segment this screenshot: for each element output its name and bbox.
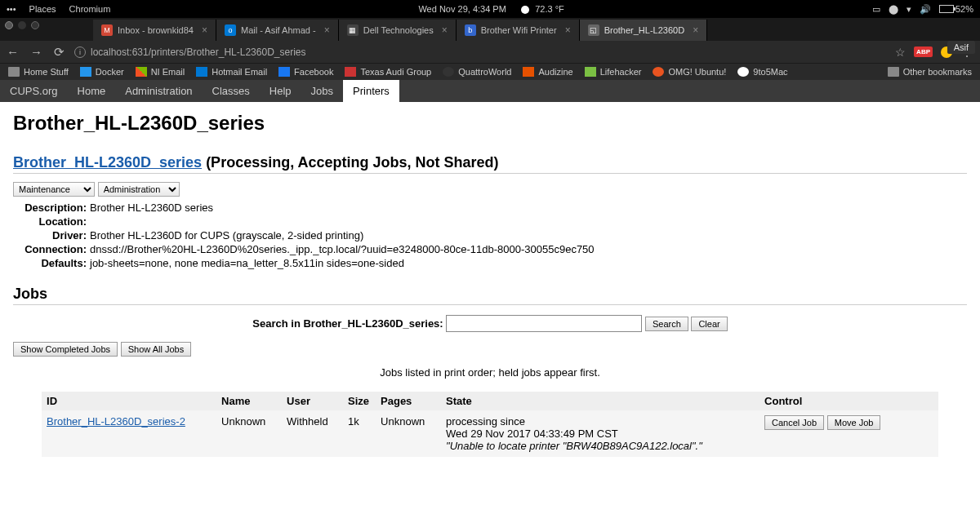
ms-icon	[136, 67, 147, 77]
window-min-icon[interactable]	[18, 21, 26, 29]
move-job-button[interactable]: Move Job	[827, 415, 881, 430]
search-input[interactable]	[446, 315, 642, 332]
site-icon	[345, 67, 356, 77]
bookmark-label: Other bookmarks	[903, 67, 972, 77]
driver-value: Brother HL-L2360D for CUPS (grayscale, 2…	[90, 229, 363, 241]
window-close-icon[interactable]	[5, 21, 13, 29]
nav-jobs[interactable]: Jobs	[301, 80, 343, 102]
other-bookmarks[interactable]: Other bookmarks	[888, 67, 972, 77]
nav-cups-org[interactable]: CUPS.org	[0, 80, 68, 102]
bookmark-hotmail[interactable]: Hotmail Email	[196, 67, 267, 77]
system-topbar: ••• Places Chromium Wed Nov 29, 4:34 PM …	[0, 0, 980, 18]
url-text: localhost:631/printers/Brother_HL-L2360D…	[91, 47, 305, 58]
jobs-heading: Jobs	[13, 286, 967, 305]
tab-label: Dell Technologies	[363, 25, 434, 35]
clear-button[interactable]: Clear	[691, 317, 727, 331]
bookmark-label: Hotmail Email	[212, 67, 267, 77]
adblock-icon[interactable]: ABP	[914, 47, 933, 57]
bookmark-lifehacker[interactable]: Lifehacker	[585, 67, 642, 77]
job-state-line: Wed 29 Nov 2017 04:33:49 PM CST	[446, 428, 764, 440]
reload-button[interactable]: ⟳	[54, 45, 65, 60]
filter-buttons: Show Completed Jobs Show All Jobs	[13, 342, 967, 357]
weather-icon	[521, 6, 529, 14]
tab-gmail[interactable]: MInbox - brownkid84×	[93, 20, 216, 41]
tab-label: Inbox - brownkid84	[118, 25, 194, 35]
cancel-job-button[interactable]: Cancel Job	[764, 415, 824, 430]
printer-status: (Processing, Accepting Jobs, Not Shared)	[206, 154, 498, 171]
defaults-value: job-sheets=none, none media=na_letter_8.…	[90, 257, 404, 269]
show-completed-button[interactable]: Show Completed Jobs	[13, 342, 118, 357]
tab-brother-wifi[interactable]: bBrother Wifi Printer×	[457, 20, 580, 41]
search-row: Search in Brother_HL-L2360D_series: Sear…	[13, 315, 967, 332]
header-control: Control	[764, 395, 928, 407]
url-field[interactable]: i localhost:631/printers/Brother_HL-L236…	[74, 47, 885, 58]
bookmark-omg-ubuntu[interactable]: OMG! Ubuntu!	[653, 67, 726, 77]
close-icon[interactable]: ×	[442, 24, 448, 36]
app-name[interactable]: Chromium	[69, 4, 111, 14]
nav-classes[interactable]: Classes	[203, 80, 260, 102]
tab-cups-printer[interactable]: ◱Brother_HL-L2360D×	[580, 20, 707, 41]
bookmark-label: 9to5Mac	[753, 67, 787, 77]
bookmark-docker[interactable]: Docker	[80, 67, 124, 77]
cups-nav: CUPS.org Home Administration Classes Hel…	[0, 80, 980, 102]
tray-icon[interactable]: ⬤	[889, 4, 898, 15]
bookmark-label: Facebook	[294, 67, 333, 77]
close-icon[interactable]: ×	[693, 24, 698, 36]
tray-icon[interactable]: ▭	[872, 4, 880, 15]
browser-tabs: MInbox - brownkid84× oMail - Asif Ahmad …	[44, 18, 980, 41]
folder-icon	[8, 67, 20, 77]
bookmark-star-icon[interactable]: ☆	[895, 46, 906, 59]
show-all-button[interactable]: Show All Jobs	[121, 342, 191, 357]
bookmark-facebook[interactable]: Facebook	[278, 67, 333, 77]
brother-icon: b	[465, 24, 476, 36]
tab-outlook[interactable]: oMail - Asif Ahmad -×	[216, 20, 339, 41]
search-button[interactable]: Search	[645, 317, 688, 331]
header-size: Size	[348, 395, 381, 407]
bookmark-quattroworld[interactable]: QuattroWorld	[443, 67, 511, 77]
volume-icon[interactable]: 🔊	[920, 4, 931, 15]
back-button[interactable]: ←	[7, 45, 19, 60]
description-value: Brother HL-L2360D series	[90, 202, 213, 214]
nav-administration[interactable]: Administration	[115, 80, 202, 102]
connection-value: dnssd://Brother%20HL-L2360D%20series._ip…	[90, 243, 595, 255]
bookmark-texas-audi[interactable]: Texas Audi Group	[345, 67, 431, 77]
administration-select[interactable]: Administration	[98, 182, 180, 197]
bookmark-ni-email[interactable]: NI Email	[136, 67, 185, 77]
user-badge[interactable]: Asif	[947, 41, 975, 54]
battery-indicator[interactable]: 52%	[939, 4, 973, 14]
docker-icon	[80, 67, 91, 77]
battery-icon	[939, 5, 954, 13]
job-id-link[interactable]: Brother_HL-L2360D_series-2	[42, 415, 221, 428]
printer-controls: Maintenance Administration	[13, 182, 967, 197]
nav-help[interactable]: Help	[260, 80, 301, 102]
window-max-icon[interactable]	[31, 21, 39, 29]
nav-home[interactable]: Home	[68, 80, 116, 102]
window-controls	[0, 18, 44, 33]
bookmark-audizine[interactable]: Audizine	[523, 67, 572, 77]
places-menu[interactable]: Places	[29, 4, 56, 14]
bookmark-9to5mac[interactable]: 9to5Mac	[737, 67, 787, 77]
bookmark-label: Docker	[96, 67, 124, 77]
datetime: Wed Nov 29, 4:34 PM	[418, 4, 506, 14]
site-info-icon[interactable]: i	[74, 47, 86, 58]
bookmark-home-stuff[interactable]: Home Stuff	[8, 67, 69, 77]
wifi-icon[interactable]: ▾	[906, 4, 911, 15]
nav-printers[interactable]: Printers	[343, 80, 399, 102]
site-icon	[523, 67, 534, 77]
printer-status-heading: Brother_HL-L2360D_series (Processing, Ac…	[13, 154, 967, 174]
close-icon[interactable]: ×	[565, 24, 571, 36]
dots-icon[interactable]: •••	[7, 4, 16, 14]
close-icon[interactable]: ×	[202, 24, 207, 36]
job-user: Withheld	[287, 415, 348, 428]
close-icon[interactable]: ×	[324, 24, 330, 36]
bookmark-label: Texas Audi Group	[360, 67, 431, 77]
maintenance-select[interactable]: Maintenance	[13, 182, 95, 197]
printer-link[interactable]: Brother_HL-L2360D_series	[13, 154, 202, 171]
printer-properties: Description:Brother HL-L2360D series Loc…	[13, 202, 967, 269]
tab-dell[interactable]: ▦Dell Technologies×	[339, 20, 457, 41]
location-label: Location:	[13, 215, 87, 228]
site-icon	[585, 67, 596, 77]
forward-button[interactable]: →	[30, 45, 42, 60]
cups-icon: ◱	[588, 24, 599, 36]
table-header: ID Name User Size Pages State Control	[42, 392, 938, 410]
